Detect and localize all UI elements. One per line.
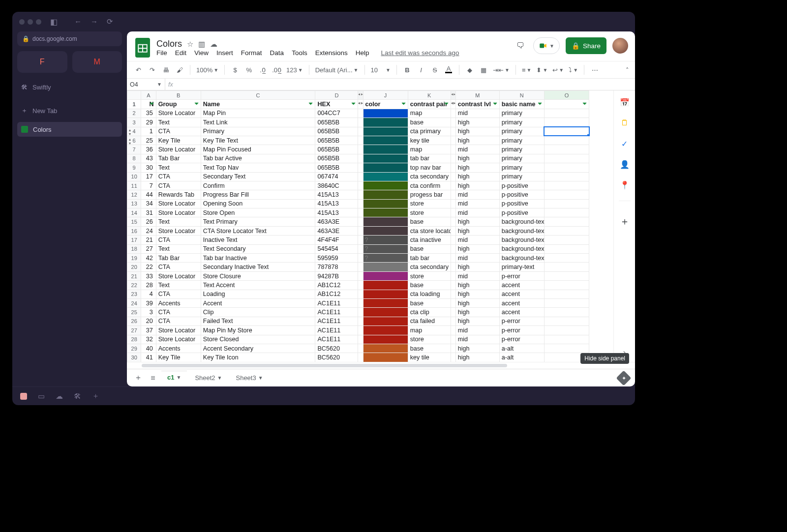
cell[interactable] (544, 217, 589, 226)
menu-view[interactable]: View (194, 49, 209, 57)
format-currency-icon[interactable]: $ (231, 66, 240, 74)
undo-icon[interactable]: ↶ (134, 66, 143, 74)
cell[interactable]: p-error (499, 271, 544, 280)
cell[interactable]: high (455, 163, 499, 172)
col-header-d[interactable]: D (315, 91, 358, 100)
cell[interactable]: background-text (499, 236, 544, 244)
zoom-select[interactable]: 100% ▼ (196, 66, 218, 74)
cell[interactable]: 3 (141, 308, 156, 317)
cell[interactable]: high (455, 244, 499, 253)
name-box[interactable]: O4▼ (127, 79, 165, 90)
cell[interactable]: HEX⏷ (315, 100, 358, 109)
cell[interactable]: cta loading (408, 290, 451, 298)
cell[interactable]: p-positive (499, 181, 544, 190)
cell[interactable]: map (408, 109, 451, 118)
cell[interactable] (544, 199, 589, 208)
cell[interactable]: Accent (201, 298, 315, 307)
cell[interactable]: primary (499, 154, 544, 163)
cell[interactable]: primary (499, 118, 544, 127)
row-header[interactable]: 27 (127, 326, 141, 335)
cell[interactable]: 44 (141, 190, 156, 199)
menu-file[interactable]: File (156, 49, 167, 57)
cell[interactable]: Tab bar Active (201, 154, 315, 163)
color-swatch-cell[interactable] (363, 172, 408, 181)
cell[interactable]: base (408, 118, 451, 127)
menu-insert[interactable]: Insert (216, 49, 233, 57)
cell[interactable] (544, 308, 589, 317)
cell[interactable]: 4F4F4F (315, 236, 358, 244)
doc-title[interactable]: Colors (156, 39, 182, 49)
cell[interactable]: 065B5B (315, 163, 358, 172)
cell[interactable]: Accents (156, 344, 201, 353)
cell[interactable]: a-alt (499, 344, 544, 353)
archive-icon[interactable]: ☁ (56, 392, 63, 401)
cell[interactable]: 065B5B (315, 136, 358, 145)
cell[interactable]: 29 (141, 118, 156, 127)
row-header[interactable]: 30 (127, 353, 141, 362)
cell[interactable]: Secondary Text (201, 172, 315, 181)
cell[interactable]: Progress Bar Fill (201, 190, 315, 199)
cell[interactable] (544, 236, 589, 244)
cell[interactable] (544, 344, 589, 353)
cell[interactable]: mid (455, 208, 499, 217)
collapse-toolbar-icon[interactable]: ˄ (626, 66, 629, 74)
cell[interactable]: contrast lvl⏷ (455, 100, 499, 109)
move-icon[interactable]: ▥ (198, 40, 205, 49)
cell[interactable]: Failed Text (201, 317, 315, 325)
cell[interactable]: mid (455, 254, 499, 263)
calendar-icon[interactable]: 📅 (620, 97, 630, 107)
formula-bar[interactable]: fx (165, 79, 635, 90)
cell[interactable]: Store Locator (156, 199, 201, 208)
cell[interactable]: cta inactive (408, 236, 451, 244)
cell[interactable]: 30 (141, 163, 156, 172)
menu-format[interactable]: Format (241, 49, 262, 57)
row-header[interactable]: 21 (127, 271, 141, 280)
sheet-tab-c1[interactable]: c1▼ (161, 371, 187, 385)
comments-icon[interactable]: 🗨 (514, 39, 527, 53)
cell[interactable]: base (408, 344, 451, 353)
cell[interactable]: 20 (141, 317, 156, 325)
cell[interactable]: high (455, 118, 499, 127)
cell[interactable]: 24 (141, 226, 156, 235)
cell[interactable]: high (455, 353, 499, 362)
cell[interactable]: 40 (141, 344, 156, 353)
print-icon[interactable]: 🖶 (161, 66, 170, 74)
cell[interactable] (544, 317, 589, 325)
cell[interactable] (544, 244, 589, 253)
cell[interactable]: primary (499, 145, 544, 154)
row-header[interactable]: 26 (127, 317, 141, 325)
cell[interactable]: mid (455, 109, 499, 118)
fill-color-icon[interactable]: ◆ (465, 66, 474, 74)
sheets-logo-icon[interactable] (134, 36, 151, 59)
col-header-c[interactable]: C (201, 91, 315, 100)
cell[interactable] (544, 190, 589, 199)
cell[interactable]: BC5620 (315, 344, 358, 353)
cell[interactable]: Primary (201, 127, 315, 136)
menu-data[interactable]: Data (270, 49, 284, 57)
cell[interactable]: 41 (141, 353, 156, 362)
cell[interactable]: Text Accent (201, 281, 315, 290)
nav-back-icon[interactable]: ← (74, 17, 82, 26)
cell[interactable]: 065B5B (315, 154, 358, 163)
more-formats-select[interactable]: 123▼ (286, 66, 303, 74)
row-header[interactable]: 10 (127, 172, 141, 181)
cell[interactable]: Tab Bar (156, 254, 201, 263)
menu-extensions[interactable]: Extensions (315, 49, 348, 57)
cell[interactable]: Store Open (201, 208, 315, 217)
cell[interactable]: high (455, 217, 499, 226)
row-header[interactable]: 2 (127, 109, 141, 118)
cell[interactable]: color⏷ (363, 100, 408, 109)
cell[interactable]: 17 (141, 172, 156, 181)
cell[interactable]: p-positive (499, 208, 544, 217)
cell[interactable]: p-positive (499, 190, 544, 199)
cell[interactable]: basic name⏷ (499, 100, 544, 109)
row-header[interactable]: 12 (127, 190, 141, 199)
cell[interactable]: CTA (156, 263, 201, 271)
cell[interactable]: background-text (499, 226, 544, 235)
cell[interactable]: Text Secondary (201, 244, 315, 253)
cell[interactable]: primary (499, 163, 544, 172)
cell[interactable] (544, 154, 589, 163)
cell[interactable]: Text Top Nav (201, 163, 315, 172)
cell[interactable]: 31 (141, 208, 156, 217)
cell[interactable] (544, 109, 589, 118)
